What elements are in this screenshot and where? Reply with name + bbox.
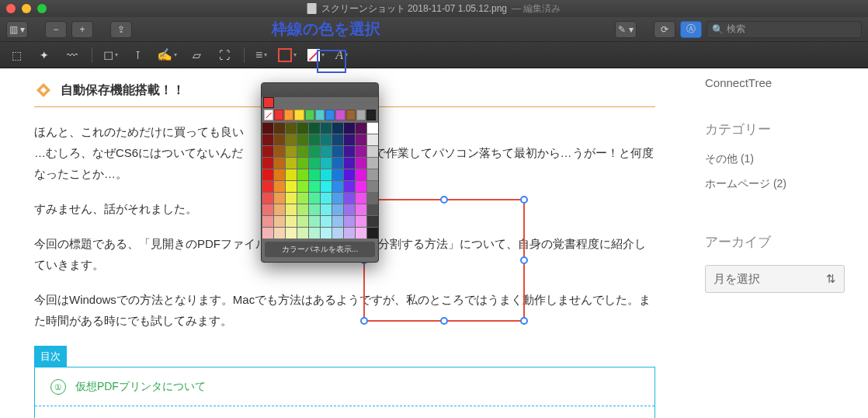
color-swatch[interactable] [262,181,273,192]
color-swatch[interactable] [286,228,297,239]
color-swatch[interactable] [367,216,378,227]
color-swatch[interactable] [297,181,308,192]
color-swatch[interactable] [286,193,297,204]
color-swatch[interactable] [274,146,285,157]
color-swatch[interactable] [274,123,285,134]
color-swatch[interactable] [315,110,325,120]
markup-mode-button[interactable]: Ⓐ [680,21,702,38]
color-swatch[interactable] [274,216,285,227]
color-swatch[interactable] [286,204,297,215]
color-swatch[interactable] [367,204,378,215]
color-swatch[interactable] [344,216,355,227]
zoom-out-button[interactable]: − [45,21,67,38]
toc-item[interactable]: ① 仮想PDFプリンタについて [35,367,654,406]
color-swatch[interactable] [274,204,285,215]
color-swatch[interactable] [344,169,355,180]
color-swatch[interactable] [262,158,273,169]
color-swatch[interactable] [356,228,366,239]
color-swatch[interactable] [332,158,343,169]
color-swatch[interactable] [262,204,273,215]
color-swatch[interactable] [297,134,308,145]
color-swatch[interactable] [274,193,285,204]
color-swatch[interactable] [332,134,343,145]
line-style-tool[interactable]: ≡▾ [255,48,267,62]
color-swatch[interactable] [367,134,378,145]
color-swatch[interactable] [321,123,332,134]
color-swatch[interactable] [309,181,320,192]
close-icon[interactable] [6,4,16,13]
color-swatch[interactable] [262,193,273,204]
color-swatch[interactable] [297,193,308,204]
color-swatch[interactable] [274,110,283,120]
color-swatch[interactable] [356,134,366,145]
color-swatch[interactable] [274,181,285,192]
color-swatch[interactable] [332,228,343,239]
color-picker-panel[interactable]: カラーパネルを表示... [261,82,379,263]
share-button[interactable]: ⇪ [110,21,132,38]
selection-tool-icon[interactable]: ⬚ [8,47,25,64]
color-swatch[interactable] [262,228,273,239]
color-swatch[interactable] [262,216,273,227]
adjust-tool-icon[interactable]: ⛶ [216,47,233,64]
color-swatch[interactable] [305,110,314,120]
color-swatch[interactable] [262,123,273,134]
color-swatch[interactable] [262,146,273,157]
color-swatch[interactable] [356,181,366,192]
color-swatch[interactable] [286,123,297,134]
shapes-tool[interactable]: ◻▾ [103,47,118,62]
color-swatch[interactable] [309,169,320,180]
color-swatch[interactable] [309,134,320,145]
color-swatch[interactable] [274,134,285,145]
sidebar-top-link[interactable]: ConnectTree [705,76,852,89]
color-swatch[interactable] [297,204,308,215]
color-swatch[interactable] [367,193,378,204]
instant-alpha-icon[interactable]: ✦ [36,47,53,64]
color-swatch[interactable] [367,146,378,157]
color-swatch[interactable] [262,134,273,145]
text-tool-icon[interactable]: ⊺ [129,47,146,64]
color-swatch[interactable] [297,123,308,134]
color-swatch[interactable] [367,181,378,192]
color-swatch[interactable] [321,134,332,145]
color-swatch[interactable] [286,158,297,169]
color-swatch[interactable] [367,228,378,239]
color-swatch[interactable] [297,158,308,169]
color-swatch[interactable] [309,193,320,204]
color-swatch[interactable] [286,169,297,180]
color-swatch[interactable] [262,169,273,180]
color-swatch[interactable] [297,169,308,180]
color-swatch[interactable] [321,204,332,215]
color-swatch[interactable] [356,169,366,180]
color-swatch[interactable] [356,123,366,134]
rotate-button[interactable]: ⟳ [654,21,675,38]
color-swatch[interactable] [297,216,308,227]
color-swatch[interactable] [332,193,343,204]
color-swatch[interactable] [274,228,285,239]
color-swatch[interactable] [321,146,332,157]
search-input[interactable]: 🔍 検索 [707,21,862,38]
color-swatch[interactable] [286,146,297,157]
color-swatch[interactable] [321,228,332,239]
show-color-panel-button[interactable]: カラーパネルを表示... [265,242,375,257]
color-swatch[interactable] [297,146,308,157]
color-swatch[interactable] [366,110,376,120]
note-tool-icon[interactable]: ▱ [188,47,205,64]
color-swatch[interactable] [274,158,285,169]
color-swatch[interactable] [286,134,297,145]
sidebar-toggle-button[interactable]: ▥ ▾ [6,21,28,38]
color-swatch[interactable] [367,158,378,169]
color-swatch[interactable] [286,216,297,227]
color-swatch[interactable] [344,123,355,134]
color-swatch[interactable] [332,181,343,192]
color-swatch[interactable] [321,193,332,204]
color-swatch[interactable] [344,146,355,157]
color-swatch[interactable] [294,110,304,120]
archive-select[interactable]: 月を選択 ⇅ [705,265,845,293]
color-swatch[interactable] [356,193,366,204]
maximize-icon[interactable] [37,4,47,13]
color-swatch[interactable] [367,169,378,180]
color-swatch[interactable] [344,193,355,204]
color-swatch[interactable] [356,158,366,169]
no-color-swatch[interactable] [264,110,273,120]
color-swatch[interactable] [284,110,293,120]
